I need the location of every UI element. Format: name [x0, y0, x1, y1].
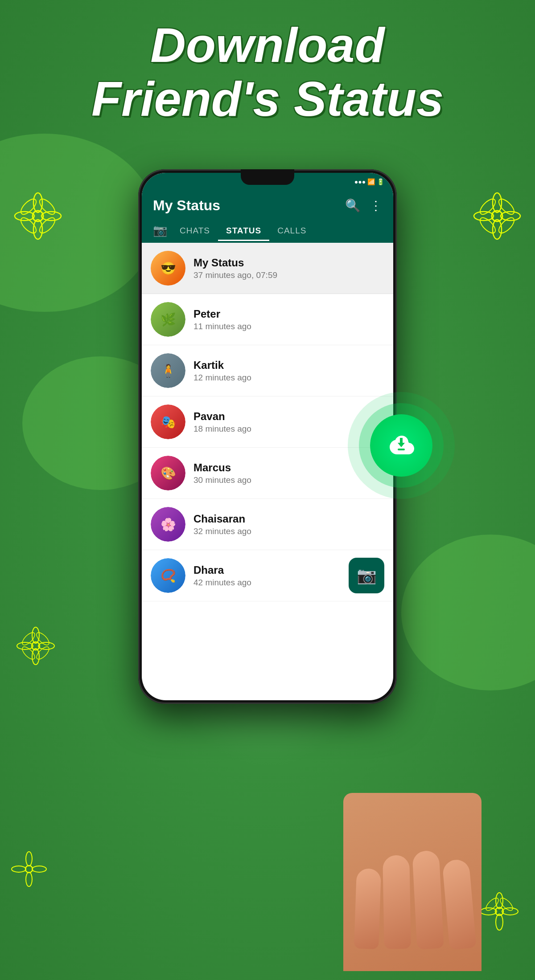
flower-top-left	[9, 187, 67, 247]
kartik-info: Kartik 12 minutes ago	[193, 359, 384, 383]
kartik-name: Kartik	[193, 359, 384, 372]
status-item-marcus[interactable]: 🎨 Marcus 30 minutes ago	[142, 448, 393, 499]
camera-fab[interactable]: 📷	[349, 558, 384, 593]
svg-point-14	[477, 196, 498, 216]
tab-bar: 📷 CHATS STATUS CALLS	[142, 218, 393, 243]
my-status-row[interactable]: My Status 37 minutes ago, 07:59	[142, 243, 393, 294]
svg-point-10	[493, 193, 502, 212]
finger-3	[383, 855, 411, 949]
svg-point-2	[33, 220, 42, 239]
svg-point-13	[501, 212, 520, 220]
pavan-avatar: 🎭	[151, 404, 185, 439]
svg-point-36	[496, 914, 503, 930]
peter-time: 11 minutes ago	[193, 322, 384, 331]
download-cloud-icon	[383, 427, 419, 464]
my-status-time: 37 minutes ago, 07:59	[193, 270, 384, 280]
dhara-ring	[151, 558, 185, 593]
svg-point-23	[21, 631, 37, 647]
marcus-name: Marcus	[193, 461, 384, 474]
tab-calls[interactable]: CALLS	[269, 220, 314, 241]
tab-status[interactable]: STATUS	[218, 220, 269, 241]
marcus-ring	[151, 456, 185, 490]
status-item-peter[interactable]: 🌿 Peter 11 minutes ago	[142, 294, 393, 345]
status-item-pavan[interactable]: 🎭 Pavan 18 minutes ago	[142, 396, 393, 448]
marcus-avatar: 🎨	[151, 456, 185, 490]
svg-point-37	[481, 908, 497, 915]
peter-info: Peter 11 minutes ago	[193, 308, 384, 331]
content-area: My Status 37 minutes ago, 07:59 🌿 Peter …	[142, 243, 393, 601]
svg-point-6	[37, 196, 57, 216]
kartik-avatar: 🧍	[151, 353, 185, 388]
peter-ring	[151, 302, 185, 337]
svg-point-5	[18, 196, 38, 216]
kartik-time: 12 minutes ago	[193, 373, 384, 383]
peter-avatar: 🌿	[151, 302, 185, 337]
kartik-ring	[151, 353, 185, 388]
phone-screen: ●●● 📶 🔋 My Status 🔍 ⋮ 📷 CHATS STATUS CAL…	[142, 173, 393, 700]
svg-point-40	[498, 896, 515, 913]
svg-rect-28	[398, 449, 405, 450]
svg-point-32	[12, 866, 26, 872]
my-status-avatar	[151, 251, 185, 286]
svg-point-29	[25, 866, 33, 873]
svg-point-1	[33, 193, 42, 212]
svg-point-7	[18, 215, 38, 235]
chaisaran-info: Chaisaran 32 minutes ago	[193, 513, 384, 536]
my-status-name: My Status	[193, 257, 384, 269]
my-status-info: My Status 37 minutes ago, 07:59	[193, 257, 384, 280]
svg-point-16	[477, 215, 498, 235]
peter-name: Peter	[193, 308, 384, 320]
svg-point-26	[35, 645, 51, 662]
svg-point-24	[35, 631, 51, 647]
svg-point-38	[502, 908, 518, 915]
headline-line2: Friend's Status	[91, 71, 444, 126]
headline-line1: Download	[150, 17, 385, 72]
hand	[325, 682, 482, 971]
flower-bottom-right	[477, 889, 522, 935]
search-icon[interactable]: 🔍	[345, 198, 361, 213]
phone-notch	[241, 169, 294, 185]
svg-point-11	[493, 220, 502, 239]
header-icons: 🔍 ⋮	[345, 198, 382, 213]
phone-wrapper: ●●● 📶 🔋 My Status 🔍 ⋮ 📷 CHATS STATUS CAL…	[107, 169, 428, 837]
svg-point-31	[26, 872, 32, 886]
pavan-ring	[151, 404, 185, 439]
finger-4	[354, 868, 381, 949]
svg-point-19	[32, 627, 39, 643]
svg-point-17	[496, 215, 516, 235]
status-item-chaisaran[interactable]: 🌸 Chaisaran 32 minutes ago	[142, 499, 393, 550]
chaisaran-time: 32 minutes ago	[193, 527, 384, 536]
chaisaran-name: Chaisaran	[193, 513, 384, 525]
svg-point-3	[15, 212, 34, 220]
svg-point-15	[496, 196, 516, 216]
app-header: My Status 🔍 ⋮	[142, 191, 393, 218]
flower-mid-left	[13, 624, 58, 670]
download-button[interactable]	[370, 414, 432, 477]
svg-point-21	[17, 642, 33, 649]
status-item-dhara[interactable]: 📿 Dhara 42 minutes ago 📷	[142, 550, 393, 601]
chaisaran-ring	[151, 507, 185, 542]
svg-point-20	[32, 649, 39, 665]
svg-point-8	[37, 215, 57, 235]
pavan-info: Pavan 18 minutes ago	[193, 410, 384, 434]
flower-top-right	[468, 187, 526, 247]
svg-point-39	[484, 896, 501, 913]
phone-frame: ●●● 📶 🔋 My Status 🔍 ⋮ 📷 CHATS STATUS CAL…	[138, 169, 397, 704]
chaisaran-avatar: 🌸	[151, 507, 185, 542]
headline-text: Download Friend's Status	[0, 18, 535, 126]
dhara-avatar: 📿	[151, 558, 185, 593]
svg-point-25	[21, 645, 37, 662]
pavan-time: 18 minutes ago	[193, 424, 384, 434]
camera-fab-icon: 📷	[357, 566, 377, 585]
headline: Download Friend's Status	[0, 18, 535, 126]
svg-point-33	[32, 866, 46, 872]
tab-chats[interactable]: CHATS	[172, 220, 218, 241]
more-options-icon[interactable]: ⋮	[370, 198, 382, 213]
status-item-kartik[interactable]: 🧍 Kartik 12 minutes ago	[142, 345, 393, 396]
camera-icon[interactable]: 📷	[148, 218, 172, 243]
marcus-info: Marcus 30 minutes ago	[193, 461, 384, 485]
app-title: My Status	[153, 197, 220, 214]
svg-point-12	[474, 212, 494, 220]
svg-point-22	[38, 642, 54, 649]
svg-point-35	[496, 893, 503, 909]
